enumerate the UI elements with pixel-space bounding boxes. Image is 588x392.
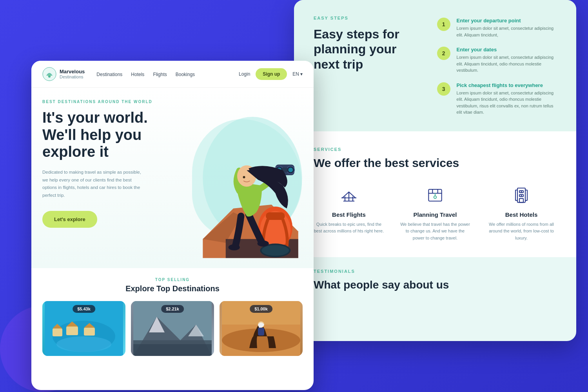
easy-steps-label: EASY STEPS [314,16,414,20]
steps-list: 1 Enter your departure point Lorem ipsum… [437,16,557,116]
step-desc-2: Lorem ipsum dolor sit amet, consectetur … [457,54,557,74]
service-hotels: Best Hotels We offer millions of rooms f… [486,185,557,242]
nav-flights-link[interactable]: Flights [153,72,167,77]
service-planning: Planning Travel We believe that travel h… [400,185,470,242]
nav-bookings-link[interactable]: Bookings [176,72,195,77]
svg-rect-47 [258,328,264,336]
back-card: EASY STEPS Easy steps for planning your … [294,0,576,341]
nav-bookings[interactable]: Bookings [176,71,195,78]
svg-point-36 [56,336,111,352]
dest-price-1: $5.43k [73,305,95,313]
service-flights: Best Flights Quick breaks to epic ures, … [314,185,384,242]
service-hotels-desc: We offer millions of rooms from all arou… [486,221,557,242]
step-1: 1 Enter your departure point Lorem ipsum… [437,18,557,38]
services-label: SERVICES [314,147,557,152]
services-section: SERVICES We offer the best services Best… [294,131,576,258]
services-title: We offer the best services [314,156,557,170]
logo-text: Marvelous Destinations [60,69,85,80]
hero-section: BEST DESTINATIONS AROUND THE WORLD It's … [31,88,314,268]
destination-card-2[interactable]: $2.21k [131,301,214,356]
navbar: Marvelous Destinations Destinations Hote… [31,61,314,88]
svg-rect-45 [222,301,300,325]
nav-links: Destinations Hotels Flights Bookings [96,71,227,78]
step-3: 3 Pick cheapest flights to everywhere Lo… [437,82,557,116]
logo-sub: Destinations [60,74,85,80]
chevron-down-icon: ▾ [300,71,303,77]
nav-actions: Login Sign up EN ▾ [239,68,303,80]
step-heading-1: Enter your departure point [457,18,557,24]
step-desc-1: Lorem ipsum dolor sit amet, consectetur … [457,25,557,38]
nav-flights[interactable]: Flights [153,71,167,78]
login-button[interactable]: Login [239,71,250,77]
testimonials-label: TESTIMONIALS [314,269,557,274]
easy-steps-left: EASY STEPS Easy steps for planning your … [314,16,414,72]
flights-icon [339,185,359,205]
step-num-3: 3 [437,82,450,96]
testimonials-title: What people say about us [314,278,557,292]
planning-icon [425,185,445,205]
destination-card-1[interactable]: $5.43k [42,301,125,356]
svg-rect-42 [133,344,212,356]
language-selector[interactable]: EN ▾ [292,71,303,77]
signup-button[interactable]: Sign up [256,68,287,80]
service-hotels-title: Best Hotels [486,211,557,218]
step-num-2: 2 [437,47,450,60]
service-flights-desc: Quick breaks to epic ures, find the best… [314,221,384,235]
step-heading-3: Pick cheapest flights to everywhere [457,82,557,88]
logo-name: Marvelous [60,69,85,75]
nav-hotels-link[interactable]: Hotels [131,72,144,77]
lang-text: EN [292,71,299,77]
svg-rect-3 [515,190,517,200]
svg-point-27 [243,176,245,178]
service-flights-title: Best Flights [314,211,384,218]
dest-price-2: $2.21k [161,305,184,313]
service-planning-desc: We believe that travel has the power to … [400,221,470,242]
nav-destinations-link[interactable]: Destinations [96,72,122,77]
hero-description: Dedicated to making travel as simple as … [42,169,144,199]
hero-illustration [165,92,310,260]
logo-icon [42,67,56,81]
svg-rect-6 [521,191,523,192]
svg-rect-30 [53,328,62,336]
step-2: 2 Enter your dates Lorem ipsum dolor sit… [437,47,557,74]
svg-rect-9 [519,198,523,202]
step-desc-3: Lorem ipsum dolor sit amet, consectetur … [457,90,557,116]
step-content-2: Enter your dates Lorem ipsum dolor sit a… [457,47,557,74]
hero-title: It's your world. We'll help you explore … [42,109,168,161]
destinations-cards: $5.43k $2.21k [42,301,303,356]
destinations-title: Explore Top Destinations [42,284,303,293]
svg-rect-4 [525,190,527,200]
easy-steps-title: Easy steps for planning your next trip [314,27,414,72]
svg-point-11 [48,75,51,78]
svg-rect-34 [84,328,95,336]
svg-point-18 [229,244,240,250]
svg-point-17 [261,245,289,256]
service-planning-title: Planning Travel [400,211,470,218]
svg-rect-32 [66,327,78,335]
step-num-1: 1 [437,18,450,31]
svg-rect-8 [521,194,523,196]
dest-price-3: $1.00k [250,305,272,313]
explore-button[interactable]: Let's explore [42,211,97,228]
step-heading-2: Enter your dates [457,47,557,53]
nav-destinations[interactable]: Destinations [96,71,122,78]
destination-card-3[interactable]: $1.00k [220,301,303,356]
hotels-icon [512,185,531,205]
nav-hotels[interactable]: Hotels [131,71,144,78]
logo: Marvelous Destinations [42,67,85,81]
step-content-3: Pick cheapest flights to everywhere Lore… [457,82,557,116]
destinations-label: TOP SELLING [42,278,303,282]
easy-steps-section: EASY STEPS Easy steps for planning your … [294,0,576,131]
svg-point-24 [288,168,293,172]
step-content-1: Enter your departure point Lorem ipsum d… [457,18,557,38]
services-grid: Best Flights Quick breaks to epic ures, … [314,185,557,242]
destinations-section: TOP SELLING Explore Top Destinations [31,268,314,365]
logo-svg [42,67,56,81]
testimonials-section: TESTIMONIALS What people say about us [294,257,576,303]
svg-point-19 [258,241,269,247]
front-card: Marvelous Destinations Destinations Hote… [31,61,314,390]
